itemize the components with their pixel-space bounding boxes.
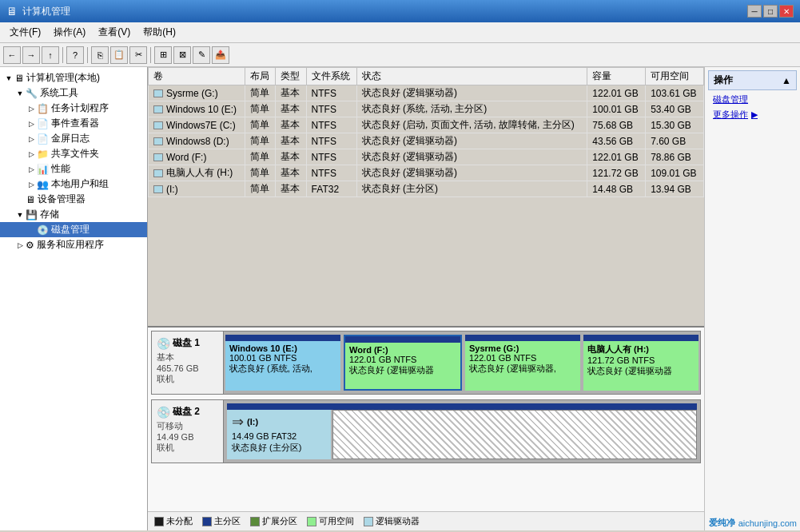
table-row[interactable]: Windows7E (C:) 简单 基本 NTFS 状态良好 (启动, 页面文件… bbox=[149, 117, 704, 133]
legend-primary-color bbox=[202, 517, 212, 526]
cell-free: 78.86 GB bbox=[646, 149, 704, 165]
watermark: 爱纯净 aichunjing.com bbox=[709, 517, 797, 529]
log-expander: ▷ bbox=[26, 135, 37, 143]
center-panel: 卷 布局 类型 文件系统 状态 容量 可用空间 Sysrme (G:) bbox=[148, 67, 704, 530]
tree-log[interactable]: ▷ 📄 金屏日志 bbox=[0, 131, 147, 146]
more-actions-link[interactable]: 更多操作 ▶ bbox=[708, 107, 797, 122]
new-button[interactable]: ✎ bbox=[193, 46, 210, 64]
table-area[interactable]: 卷 布局 类型 文件系统 状态 容量 可用空间 Sysrme (G:) bbox=[148, 67, 704, 328]
users-expander: ▷ bbox=[26, 181, 37, 189]
tree-storage[interactable]: ▼ 💾 存储 bbox=[0, 207, 147, 222]
cell-layout: 简单 bbox=[245, 149, 276, 165]
legend-extended: 扩展分区 bbox=[250, 515, 297, 527]
tree-performance[interactable]: ▷ 📊 性能 bbox=[0, 161, 147, 177]
users-label: 本地用户和组 bbox=[51, 177, 109, 191]
legend-extended-label: 扩展分区 bbox=[262, 515, 297, 527]
legend: 未分配 主分区 扩展分区 可用空间 bbox=[148, 511, 704, 530]
tree-local-users[interactable]: ▷ 👥 本地用户和组 bbox=[0, 177, 147, 192]
cell-capacity: 100.01 GB bbox=[587, 101, 646, 117]
paste-button[interactable]: 📋 bbox=[110, 46, 128, 64]
unallocated-area bbox=[332, 410, 697, 459]
maximize-button[interactable]: □ bbox=[763, 5, 778, 18]
cell-free: 53.40 GB bbox=[646, 101, 704, 117]
storage-expander: ▼ bbox=[14, 211, 26, 219]
col-type[interactable]: 类型 bbox=[276, 68, 306, 85]
col-layout[interactable]: 布局 bbox=[245, 68, 276, 85]
table-row[interactable]: Windows 10 (E:) 简单 基本 NTFS 状态良好 (系统, 活动,… bbox=[149, 101, 704, 117]
partition-body-sysrme: Sysrme (G:) 122.01 GB NTFS 状态良好 (逻辑驱动器, bbox=[465, 341, 580, 391]
col-status[interactable]: 状态 bbox=[356, 68, 587, 85]
tree-root[interactable]: ▼ 🖥 计算机管理(本地) bbox=[0, 70, 147, 85]
col-vol[interactable]: 卷 bbox=[149, 68, 245, 85]
menu-bar: 文件(F) 操作(A) 查看(V) 帮助(H) bbox=[0, 22, 800, 43]
partition-header-word bbox=[345, 336, 460, 343]
partition-pcpeople[interactable]: 电脑人人有 (H:) 121.72 GB NTFS 状态良好 (逻辑驱动器 bbox=[583, 335, 699, 391]
task-icon: 📋 bbox=[37, 103, 49, 114]
toolbar-sep-2 bbox=[87, 47, 88, 63]
menu-file[interactable]: 文件(F) bbox=[3, 24, 47, 41]
forward-button[interactable]: → bbox=[22, 46, 40, 64]
prop-button[interactable]: ⊞ bbox=[154, 46, 172, 64]
partition-i[interactable]: ⇒ (I:) 14.49 GB FAT32 状态良好 (主分区) bbox=[227, 410, 331, 459]
part-sysrme-name: Sysrme (G:) bbox=[469, 343, 576, 353]
partition-sysrme[interactable]: Sysrme (G:) 122.01 GB NTFS 状态良好 (逻辑驱动器, bbox=[465, 335, 580, 391]
col-free[interactable]: 可用空间 bbox=[646, 68, 704, 85]
cut-button[interactable]: ✂ bbox=[129, 46, 147, 64]
cell-status: 状态良好 (启动, 页面文件, 活动, 故障转储, 主分区) bbox=[356, 117, 587, 133]
table-row[interactable]: Sysrme (G:) 简单 基本 NTFS 状态良好 (逻辑驱动器) 122.… bbox=[149, 85, 704, 101]
part-win10-name: Windows 10 (E:) bbox=[229, 343, 336, 353]
tree-shared-folder[interactable]: ▷ 📁 共享文件夹 bbox=[0, 146, 147, 161]
content-panels: 卷 布局 类型 文件系统 状态 容量 可用空间 Sysrme (G:) bbox=[148, 67, 800, 530]
tree-services[interactable]: ▷ ⚙ 服务和应用程序 bbox=[0, 237, 147, 252]
tree-device-mgr[interactable]: 🖥 设备管理器 bbox=[0, 192, 147, 207]
table-row[interactable]: 电脑人人有 (H:) 简单 基本 NTFS 状态良好 (逻辑驱动器) 121.7… bbox=[149, 165, 704, 181]
cell-capacity: 121.72 GB bbox=[587, 165, 646, 181]
table-row[interactable]: Word (F:) 简单 基本 NTFS 状态良好 (逻辑驱动器) 122.01… bbox=[149, 149, 704, 165]
close-button[interactable]: ✕ bbox=[779, 5, 794, 18]
menu-view[interactable]: 查看(V) bbox=[92, 24, 137, 41]
menu-action[interactable]: 操作(A) bbox=[47, 24, 92, 41]
cell-status: 状态良好 (逻辑驱动器) bbox=[356, 133, 587, 149]
services-icon: ⚙ bbox=[26, 240, 34, 251]
cell-fs: NTFS bbox=[306, 165, 356, 181]
partition-win10[interactable]: Windows 10 (E:) 100.01 GB NTFS 状态良好 (系统,… bbox=[225, 335, 340, 391]
tree-event-viewer[interactable]: ▷ 📄 事件查看器 bbox=[0, 116, 147, 131]
partition-body-word: Word (F:) 122.01 GB NTFS 状态良好 (逻辑驱动器 bbox=[345, 343, 460, 389]
export-button[interactable]: 📤 bbox=[212, 46, 229, 64]
minimize-button[interactable]: ─ bbox=[747, 5, 762, 18]
disk1-type: 基本 bbox=[157, 351, 218, 363]
part-sysrme-desc: 状态良好 (逻辑驱动器, bbox=[469, 363, 576, 375]
part-word-name: Word (F:) bbox=[349, 345, 456, 355]
cell-free: 7.60 GB bbox=[646, 133, 704, 149]
disk-icon: 💿 bbox=[37, 224, 49, 236]
cell-vol: Sysrme (G:) bbox=[149, 85, 245, 101]
copy-button[interactable]: ⎘ bbox=[91, 46, 109, 64]
root-label: 计算机管理(本地) bbox=[26, 71, 100, 85]
cell-free: 103.61 GB bbox=[646, 85, 704, 101]
title-bar: 🖥 计算机管理 ─ □ ✕ bbox=[0, 0, 800, 22]
tree-task-scheduler[interactable]: ▷ 📋 任务计划程序 bbox=[0, 101, 147, 116]
tree-disk-mgmt[interactable]: 💿 磁盘管理 bbox=[0, 222, 147, 237]
disk-mgmt-link[interactable]: 磁盘管理 bbox=[708, 92, 797, 107]
disk1-size: 465.76 GB bbox=[157, 363, 218, 373]
cell-fs: FAT32 bbox=[306, 181, 356, 197]
svc-expander: ▷ bbox=[14, 241, 26, 249]
toolbar-sep-1 bbox=[62, 47, 63, 63]
up-button[interactable]: ↑ bbox=[42, 46, 59, 64]
col-fs[interactable]: 文件系统 bbox=[306, 68, 356, 85]
table-row[interactable]: (I:) 简单 基本 FAT32 状态良好 (主分区) 14.48 GB 13.… bbox=[149, 181, 704, 197]
del-button[interactable]: ⊠ bbox=[173, 46, 191, 64]
part-pcpeople-name: 电脑人人有 (H:) bbox=[587, 343, 695, 355]
table-row[interactable]: Windows8 (D:) 简单 基本 NTFS 状态良好 (逻辑驱动器) 43… bbox=[149, 133, 704, 149]
part-i-name: (I:) bbox=[247, 417, 258, 427]
partition-word[interactable]: Word (F:) 122.01 GB NTFS 状态良好 (逻辑驱动器 bbox=[344, 335, 462, 391]
back-button[interactable]: ← bbox=[3, 46, 21, 64]
help-button[interactable]: ? bbox=[66, 46, 84, 64]
col-capacity[interactable]: 容量 bbox=[587, 68, 646, 85]
tree-system-tools[interactable]: ▼ 🔧 系统工具 bbox=[0, 85, 147, 101]
cell-capacity: 14.48 GB bbox=[587, 181, 646, 197]
disk2-content: ⇒ (I:) 14.49 GB FAT32 状态良好 (主分区) bbox=[227, 410, 697, 459]
menu-help[interactable]: 帮助(H) bbox=[137, 24, 182, 41]
partition-body-pcpeople: 电脑人人有 (H:) 121.72 GB NTFS 状态良好 (逻辑驱动器 bbox=[583, 341, 699, 391]
legend-logical-label: 逻辑驱动器 bbox=[376, 515, 420, 527]
